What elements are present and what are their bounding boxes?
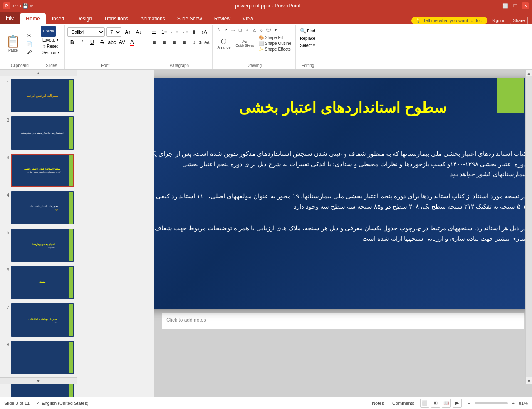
paste-button[interactable]: 📋 Paste (4, 35, 22, 53)
increase-font-button[interactable]: A↑ (123, 27, 132, 37)
window-controls[interactable]: ⬜ ❐ ✕ (502, 2, 529, 9)
notes-button[interactable]: Notes (369, 400, 386, 407)
close-button[interactable]: ✕ (522, 2, 529, 9)
share-button[interactable]: Share (510, 17, 528, 24)
shape-triangle[interactable]: △ (251, 27, 257, 33)
bullet-text-3[interactable]: در ذیل هر استاندارد، سنجههای مرتبط در چا… (154, 223, 527, 244)
tab-file[interactable]: File (0, 12, 20, 24)
shape-more[interactable]: ▼ (272, 27, 279, 33)
zoom-slider[interactable] (475, 402, 508, 404)
columns-button[interactable]: ⫿ (190, 27, 199, 37)
sign-in-button[interactable]: Sign in (492, 18, 506, 23)
editing-group: 🔍 Find Replace Select ▼ Editing (296, 25, 320, 69)
bullets-button[interactable]: ☰ (150, 27, 159, 37)
panel-scroll-down[interactable]: ▼ (0, 377, 77, 384)
shape-effects-button[interactable]: ✨ Shape Effects (257, 47, 292, 52)
new-slide-button[interactable]: + Slide (41, 26, 56, 37)
bullet-2: ❋ در نسخه مورد استناد از کتاب استاندارده… (154, 191, 532, 212)
shape-rect[interactable]: ▭ (230, 27, 236, 33)
zoom-in-button[interactable]: + (510, 400, 517, 407)
italic-button[interactable]: I (77, 38, 87, 47)
comments-button[interactable]: Comments (390, 400, 417, 407)
slide-thumb-3[interactable]: 3 سطوح استانداردهای اعتبار بخشی کتاب است… (2, 153, 75, 188)
shape-diamond[interactable]: ◇ (258, 27, 265, 33)
numbering-button[interactable]: 1≡ (160, 27, 169, 37)
bullet-text-2[interactable]: در نسخه مورد استناد از کتاب استانداردها … (154, 191, 527, 212)
tab-animations[interactable]: Animations (134, 13, 171, 24)
arrange-button[interactable]: ⬡ Arrange (215, 37, 232, 50)
tab-design[interactable]: Design (71, 13, 98, 24)
slide-thumb-5[interactable]: 5 اعتبار بخشی بیمارستا... محتوا... (2, 228, 75, 263)
find-button[interactable]: 🔍 Find (298, 27, 317, 34)
slide-show-button[interactable]: ▶ (453, 399, 462, 408)
tab-slideshow[interactable]: Slide Show (171, 13, 208, 24)
replace-button[interactable]: Replace (298, 36, 317, 41)
cut-button[interactable]: ✂ (23, 32, 35, 39)
slide-thumb-8[interactable]: 8 ... (2, 340, 75, 375)
shadow-button[interactable]: abc (107, 38, 116, 47)
font-family-select[interactable]: Calibri (67, 27, 105, 37)
layout-dropdown[interactable]: Layout▼ (41, 37, 61, 43)
slide-thumb-7[interactable]: 7 سازمان بهداشت اطلاعاتی ... (2, 303, 75, 338)
font-size-select[interactable]: 72 (106, 27, 121, 37)
right-scrollbar[interactable]: ▲ ▼ (525, 70, 532, 384)
shape-arrow[interactable]: ↗ (223, 27, 229, 33)
char-spacing-button[interactable]: AV (117, 38, 126, 47)
shape-outline-button[interactable]: ⬜ Shape Outline (257, 41, 292, 46)
zoom-out-button[interactable]: − (465, 400, 473, 407)
slide-body[interactable]: ❋ کتاب استانداردهای اعتبار بخشی ملی بیما… (154, 149, 532, 301)
slide-title[interactable]: سطوح استانداردهای اعتبار بخشی (154, 99, 532, 116)
slide-thumb-6[interactable]: 6 کیفیت ... (2, 265, 75, 300)
shape-extra[interactable]: … (279, 27, 286, 33)
align-right-button[interactable]: ≡ (170, 38, 179, 47)
format-painter-button[interactable]: 🖌 (23, 49, 35, 56)
tab-home[interactable]: Home (20, 13, 45, 24)
align-center-button[interactable]: ≡ (160, 38, 169, 47)
shape-callout[interactable]: 💬 (265, 27, 272, 33)
align-left-button[interactable]: ≡ (150, 38, 159, 47)
underline-button[interactable]: U (87, 38, 97, 47)
text-direction-button[interactable]: ↕A (200, 27, 209, 37)
reading-view-button[interactable]: 📖 (442, 399, 451, 408)
convert-smartart-button[interactable]: SmArt (200, 38, 209, 47)
tab-transitions[interactable]: Transitions (98, 13, 134, 24)
tell-me-box[interactable]: 💡 Tell me what you want to do... (411, 17, 487, 24)
slide-thumb-2[interactable]: 2 استانداردهای اعتبار بخشی در بیمارستان (2, 116, 75, 150)
strikethrough-button[interactable]: S (97, 38, 106, 47)
tab-insert[interactable]: Insert (46, 13, 70, 24)
bullet-text-1[interactable]: کتاب استانداردهای اعتبار بخشی ملی بیمارس… (154, 149, 527, 180)
tab-review[interactable]: Review (208, 13, 236, 24)
scroll-down-arrow[interactable]: ▼ (526, 377, 532, 384)
bold-button[interactable]: B (67, 38, 77, 47)
slide-thumb-1[interactable]: 1 بسم الله الرحمن الرحیم (2, 78, 75, 113)
minimize-button[interactable]: ⬜ (502, 2, 509, 9)
slide-sorter-button[interactable]: ⊞ (431, 399, 440, 408)
copy-button[interactable]: 📄 (23, 40, 35, 48)
notes-area[interactable]: Click to add notes (162, 313, 524, 329)
tab-view[interactable]: View (237, 13, 259, 24)
restore-button[interactable]: ❐ (512, 2, 519, 9)
decrease-font-button[interactable]: A↓ (134, 27, 143, 37)
quick-styles-button[interactable]: Aa Quick Styles (234, 39, 255, 48)
font-color-button[interactable]: A (127, 38, 136, 47)
scroll-track[interactable] (526, 76, 532, 377)
shape-rounded-rect[interactable]: ▢ (237, 27, 243, 33)
select-button[interactable]: Select ▼ (298, 43, 317, 48)
reset-button[interactable]: ↺ Reset (41, 44, 59, 49)
shape-fill-button[interactable]: 🎨 Shape Fill (257, 35, 292, 40)
increase-indent-button[interactable]: →≡ (180, 27, 189, 37)
justify-button[interactable]: ≡ (180, 38, 189, 47)
section-dropdown[interactable]: Section▼ (41, 50, 62, 55)
line-spacing-button[interactable]: ↕ (190, 38, 199, 47)
shape-oval[interactable]: ○ (244, 27, 250, 33)
scroll-up-arrow[interactable]: ▲ (526, 70, 532, 76)
title-bar: P ↩ ↪ 💾 ✏ powerpoint.pptx - PowerPoint ⬜… (0, 0, 532, 12)
font-group: Calibri 72 A↑ A↓ B I U S abc AV A Font (65, 25, 146, 69)
panel-scroll-up[interactable]: ▲ (0, 70, 77, 76)
zoom-level[interactable]: 81% (519, 401, 528, 406)
decrease-indent-button[interactable]: ←≡ (170, 27, 179, 37)
shape-line[interactable]: \ (215, 27, 222, 33)
slide-thumb-4[interactable]: 4 محور های اعتبار بخشی ملی... مهم (2, 190, 75, 225)
slide-canvas[interactable]: سطوح استانداردهای اعتبار بخشی ❋ کتاب است… (154, 78, 532, 309)
normal-view-button[interactable]: ⬜ (420, 399, 429, 408)
